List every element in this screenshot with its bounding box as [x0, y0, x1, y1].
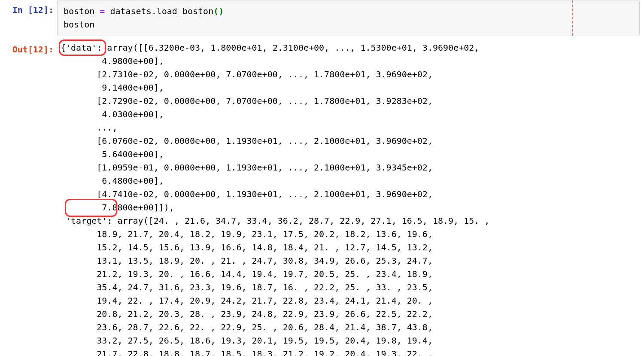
output-cell: Out[12]: {'data': array([[6.3200e-03, 1.… — [0, 40, 644, 356]
code-content: boston = datasets.load_boston() boston — [58, 0, 639, 36]
exec-count: 12 — [33, 5, 43, 15]
in-prompt-open: In [ — [12, 5, 33, 15]
code-line-1: boston = datasets.load_boston() — [64, 6, 224, 16]
code-line-2: boston — [64, 19, 94, 30]
output-prompt: Out[12]: — [0, 40, 57, 56]
out-prompt-open: Out[ — [12, 44, 33, 55]
input-prompt: In [12]: — [0, 0, 57, 17]
code-input-area[interactable]: boston = datasets.load_boston() boston — [57, 0, 640, 36]
prompt-close-out: ]: — [43, 44, 54, 55]
output-area: {'data': array([[6.3200e-03, 1.8000e+01,… — [57, 40, 640, 356]
input-cell: In [12]: boston = datasets.load_boston()… — [0, 0, 644, 40]
output-text: {'data': array([[6.3200e-03, 1.8000e+01,… — [57, 40, 640, 356]
prompt-close-in: ]: — [43, 5, 54, 15]
exec-count-out: 12 — [33, 44, 43, 55]
